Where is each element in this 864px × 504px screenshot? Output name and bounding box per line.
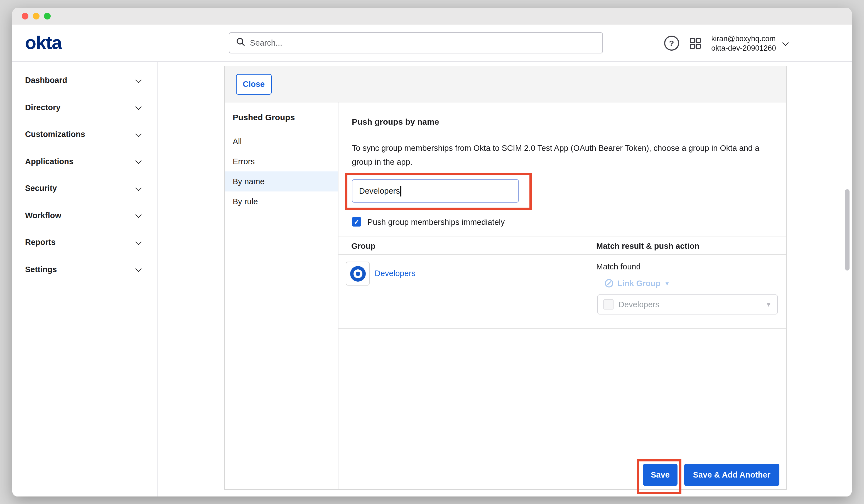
sidebar-item-settings[interactable]: Settings xyxy=(12,256,157,283)
sidebar-item-label: Security xyxy=(25,184,57,193)
global-search[interactable] xyxy=(229,32,603,53)
account-menu[interactable]: kiran@boxyhq.com okta-dev-20901260 xyxy=(711,34,788,52)
sidebar-item-label: Settings xyxy=(25,265,57,274)
match-table: Group Match result & push action xyxy=(338,237,786,329)
chevron-down-icon xyxy=(135,157,141,163)
okta-logo: okta xyxy=(25,33,62,53)
push-by-name-form: Push groups by name To sync group member… xyxy=(338,103,786,489)
apps-grid-icon[interactable] xyxy=(688,36,702,50)
chevron-down-icon xyxy=(135,239,141,244)
okta-group-icon xyxy=(350,266,365,281)
save-add-another-button[interactable]: Save & Add Another xyxy=(684,464,779,486)
column-header-group: Group xyxy=(338,241,596,250)
link-group-label: Link Group xyxy=(617,279,661,288)
sidebar-item-label: Workflow xyxy=(25,211,61,220)
linked-group-value: Developers xyxy=(619,300,760,309)
window-close-button[interactable] xyxy=(22,13,28,19)
form-description: To sync group memberships from Okta to S… xyxy=(352,141,768,169)
account-org: okta-dev-20901260 xyxy=(711,43,776,52)
group-name-input[interactable]: Developers xyxy=(352,179,519,203)
header-actions: ? kiran@boxyhq.com okta-dev-20901260 xyxy=(664,24,788,62)
group-link[interactable]: Developers xyxy=(375,262,416,286)
save-button[interactable]: Save xyxy=(643,464,677,486)
sidebar-item-security[interactable]: Security xyxy=(12,175,157,202)
help-icon[interactable]: ? xyxy=(664,36,679,51)
text-cursor xyxy=(400,185,401,196)
sidebar-item-applications[interactable]: Applications xyxy=(12,148,157,175)
panel-body: Pushed Groups All Errors By name By rule xyxy=(225,103,786,489)
pushed-groups-title: Pushed Groups xyxy=(225,112,338,122)
account-email: kiran@boxyhq.com xyxy=(711,34,776,43)
sidebar-item-label: Directory xyxy=(25,103,60,112)
caret-down-icon: ▼ xyxy=(664,280,670,286)
sidebar-item-dashboard[interactable]: Dashboard xyxy=(12,67,157,94)
link-icon xyxy=(604,279,613,288)
group-icon-placeholder xyxy=(603,299,613,310)
nav-item-all[interactable]: All xyxy=(225,131,338,152)
sidebar-item-directory[interactable]: Directory xyxy=(12,94,157,121)
sidebar-item-workflow[interactable]: Workflow xyxy=(12,202,157,229)
group-name-value: Developers xyxy=(359,187,400,195)
top-header: okta ? xyxy=(12,24,852,62)
sidebar-item-label: Customizations xyxy=(25,130,85,139)
group-avatar xyxy=(346,262,370,286)
linked-group-dropdown[interactable]: Developers ▼ xyxy=(597,295,778,314)
sidebar: Dashboard Directory Customizations Appli… xyxy=(12,62,158,496)
screen: okta ? xyxy=(0,0,864,504)
push-immediately-label: Push group memberships immediately xyxy=(368,217,505,226)
chevron-down-icon xyxy=(135,76,141,82)
link-group-button[interactable]: Link Group ▼ xyxy=(604,279,786,288)
chevron-down-icon xyxy=(782,39,789,46)
sidebar-item-customizations[interactable]: Customizations xyxy=(12,121,157,148)
content-area: Dashboard Directory Customizations Appli… xyxy=(12,62,852,496)
sidebar-item-label: Dashboard xyxy=(25,76,67,85)
search-icon xyxy=(236,37,245,48)
chevron-down-icon xyxy=(135,131,141,136)
chevron-down-icon xyxy=(135,212,141,217)
nav-item-by-name[interactable]: By name xyxy=(225,171,338,191)
caret-down-icon: ▼ xyxy=(766,301,771,308)
push-groups-panel: Close Pushed Groups All Errors By name B… xyxy=(224,66,787,490)
chevron-down-icon xyxy=(135,265,141,271)
column-header-match: Match result & push action xyxy=(596,241,786,250)
search-input[interactable] xyxy=(250,38,596,47)
window-minimize-button[interactable] xyxy=(33,13,39,19)
app-window: okta ? xyxy=(12,8,852,496)
close-button[interactable]: Close xyxy=(236,74,272,94)
form-title: Push groups by name xyxy=(352,116,773,127)
match-status: Match found xyxy=(596,262,786,272)
chevron-down-icon xyxy=(135,184,141,190)
nav-item-errors[interactable]: Errors xyxy=(225,152,338,171)
form-footer: Save Save & Add Another xyxy=(338,460,786,489)
window-zoom-button[interactable] xyxy=(44,13,51,19)
pushed-groups-nav: Pushed Groups All Errors By name By rule xyxy=(225,103,338,489)
window-titlebar xyxy=(12,8,852,24)
sidebar-item-reports[interactable]: Reports xyxy=(12,229,157,256)
chevron-down-icon xyxy=(135,104,141,109)
panel-topbar: Close xyxy=(225,66,786,103)
sidebar-item-label: Applications xyxy=(25,157,73,166)
table-row: Developers Match found xyxy=(338,255,786,329)
main-area: Close Pushed Groups All Errors By name B… xyxy=(158,62,852,496)
nav-item-by-rule[interactable]: By rule xyxy=(225,191,338,212)
push-immediately-checkbox[interactable]: ✓ xyxy=(352,217,361,227)
vertical-scrollbar[interactable] xyxy=(845,189,850,271)
sidebar-item-label: Reports xyxy=(25,238,56,247)
